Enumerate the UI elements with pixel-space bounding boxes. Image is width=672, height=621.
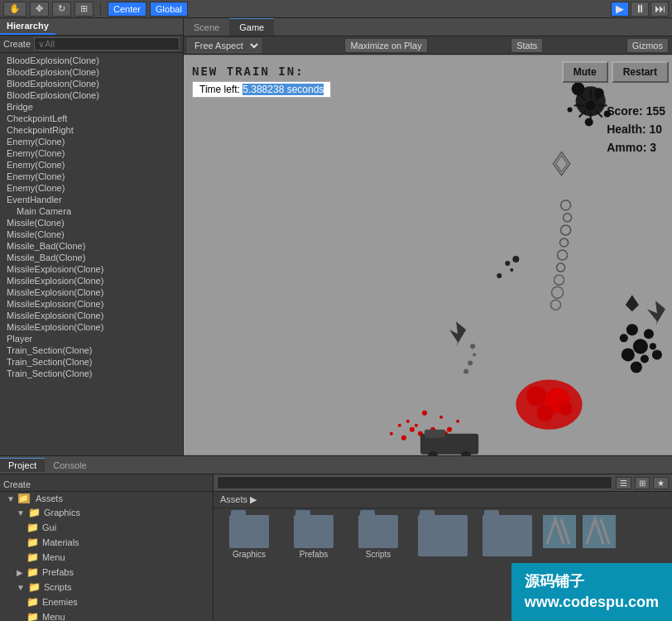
hierarchy-list: BloodExplosion(Clone)BloodExplosion(Clon… xyxy=(0,53,183,455)
tree-item-label: Prefabs xyxy=(42,567,74,577)
hierarchy-item[interactable]: CheckpointLeft xyxy=(0,113,183,124)
mute-btn[interactable]: Mute xyxy=(562,61,608,83)
scale-tool-btn[interactable]: ⊞ xyxy=(74,2,94,17)
tree-item-assets[interactable]: ▼📁Assets xyxy=(0,492,213,505)
pause-btn[interactable]: ⏸ xyxy=(631,2,649,17)
hierarchy-item[interactable]: Enemy(Clone) xyxy=(0,182,183,194)
scene-tab[interactable]: Scene xyxy=(184,18,229,36)
asset-folder-item[interactable] xyxy=(414,515,472,559)
timer-label: Time left: xyxy=(199,84,240,95)
tree-item-materials[interactable]: 📁Materials xyxy=(0,535,213,550)
game-tab[interactable]: Game xyxy=(229,18,274,36)
score-area: Score: 155 Health: 10 Ammo: 3 xyxy=(607,104,665,159)
tree-item-label: Menu xyxy=(42,552,65,562)
hierarchy-item[interactable]: BloodExplosion(Clone) xyxy=(0,66,183,78)
aspect-select[interactable]: Free Aspect xyxy=(187,38,262,53)
hierarchy-tab[interactable]: Hierarchy xyxy=(0,18,55,35)
hierarchy-item[interactable]: Enemy(Clone) xyxy=(0,171,183,182)
hierarchy-item[interactable]: Enemy(Clone) xyxy=(0,147,183,159)
assets-icon-btn3[interactable]: ★ xyxy=(653,477,669,489)
scene-game-tabs: Scene Game xyxy=(184,18,672,36)
game-ui: NEW TRAIN IN: Time left: 5.388238 second… xyxy=(184,55,672,455)
game-viewport: NEW TRAIN IN: Time left: 5.388238 second… xyxy=(184,55,672,455)
hierarchy-item[interactable]: BloodExplosion(Clone) xyxy=(0,89,183,101)
tree-item-label: Assets xyxy=(36,493,63,503)
assets-icon-btn2[interactable]: ⊞ xyxy=(635,477,650,489)
assets-tree-list: ▼📁Assets▼📁Graphics📁Gui📁Materials📁Menu▶📁P… xyxy=(0,492,213,621)
console-tab[interactable]: Console xyxy=(45,459,94,472)
hierarchy-item[interactable]: Train_Section(Clone) xyxy=(0,368,183,379)
hierarchy-item[interactable]: Enemy(Clone) xyxy=(0,159,183,171)
ammo-label: Ammo: 3 xyxy=(607,141,665,154)
new-train-banner: NEW TRAIN IN: xyxy=(192,65,305,78)
hierarchy-item[interactable]: Main Camera xyxy=(0,205,183,217)
tree-item-label: Menu xyxy=(42,612,65,621)
tree-item-label: Materials xyxy=(42,537,79,547)
bottom-area: Project Console Create ▼📁Assets▼📁Graphic… xyxy=(0,455,672,621)
hierarchy-search[interactable] xyxy=(34,37,180,51)
mute-restart-controls: Mute Restart xyxy=(562,61,669,83)
play-controls: ▶ ⏸ ⏭ xyxy=(611,2,669,17)
tree-item-menu[interactable]: 📁Menu xyxy=(0,609,213,621)
hierarchy-item[interactable]: Bridge xyxy=(0,101,183,113)
hierarchy-item[interactable]: Missile(Clone) xyxy=(0,217,183,229)
bottom-tabs: Project Console xyxy=(0,456,672,474)
health-label: Health: 10 xyxy=(607,123,665,136)
stats-btn[interactable]: Stats xyxy=(511,38,543,53)
hierarchy-item[interactable]: BloodExplosion(Clone) xyxy=(0,78,183,89)
tree-item-menu[interactable]: 📁Menu xyxy=(0,550,213,565)
hierarchy-item[interactable]: Train_Section(Clone) xyxy=(0,344,183,356)
assets-tree-toolbar: Create xyxy=(0,478,213,492)
hierarchy-item[interactable]: MissileExplosion(Clone) xyxy=(0,310,183,321)
tree-item-prefabs[interactable]: ▶📁Prefabs xyxy=(0,565,213,580)
asset-folder-item[interactable] xyxy=(478,515,536,559)
hierarchy-toolbar: Create xyxy=(0,36,183,53)
tree-item-enemies[interactable]: 📁Enemies xyxy=(0,595,213,609)
hierarchy-item[interactable]: MissileExplosion(Clone) xyxy=(0,263,183,275)
main-area: Hierarchy Create BloodExplosion(Clone)Bl… xyxy=(0,18,672,455)
asset-folder-item[interactable]: Prefabs xyxy=(285,515,343,559)
hierarchy-item[interactable]: Enemy(Clone) xyxy=(0,136,183,147)
hierarchy-item[interactable]: Train_Section(Clone) xyxy=(0,356,183,368)
maximize-on-play-btn[interactable]: Maximize on Play xyxy=(344,38,427,53)
asset-label: Scripts xyxy=(366,550,391,559)
assets-search-input[interactable] xyxy=(217,476,612,489)
hierarchy-item[interactable]: MissileExplosion(Clone) xyxy=(0,286,183,298)
tree-item-scripts[interactable]: ▼📁Scripts xyxy=(0,580,213,595)
watermark-line1: 源码铺子 xyxy=(525,571,659,592)
restart-btn[interactable]: Restart xyxy=(612,61,669,83)
asset-folder-item[interactable]: Graphics xyxy=(220,515,278,559)
assets-create-btn[interactable]: Create xyxy=(3,479,31,489)
bottom-content: Create ▼📁Assets▼📁Graphics📁Gui📁Materials📁… xyxy=(0,474,672,621)
asset-label: Prefabs xyxy=(300,550,328,559)
move-tool-btn[interactable]: ✥ xyxy=(30,2,49,17)
project-tab[interactable]: Project xyxy=(0,458,45,472)
gizmos-btn[interactable]: Gizmos xyxy=(626,38,669,53)
rotate-tool-btn[interactable]: ↻ xyxy=(52,2,71,17)
timer-box: Time left: 5.388238 seconds xyxy=(192,81,331,98)
hand-tool-btn[interactable]: ✋ xyxy=(3,2,26,17)
step-btn[interactable]: ⏭ xyxy=(650,2,669,17)
asset-folder-item[interactable]: Scripts xyxy=(349,515,407,559)
hierarchy-item[interactable]: MissileExplosion(Clone) xyxy=(0,298,183,310)
play-btn[interactable]: ▶ xyxy=(611,2,629,17)
assets-icon-btn1[interactable]: ☰ xyxy=(616,477,631,489)
hierarchy-item[interactable]: MissileExplosion(Clone) xyxy=(0,275,183,286)
top-toolbar: ✋ ✥ ↻ ⊞ Center Global ▶ ⏸ ⏭ xyxy=(0,0,672,18)
hierarchy-item[interactable]: MissileExplosion(Clone) xyxy=(0,321,183,333)
hierarchy-item[interactable]: Missile_Bad(Clone) xyxy=(0,240,183,252)
hierarchy-item[interactable]: CheckpointRight xyxy=(0,124,183,136)
asset-folder-partial[interactable] xyxy=(583,515,616,559)
tree-item-label: Graphics xyxy=(44,508,80,518)
hierarchy-item[interactable]: Missile_Bad(Clone) xyxy=(0,252,183,263)
tree-item-gui[interactable]: 📁Gui xyxy=(0,520,213,535)
hierarchy-item[interactable]: Missile(Clone) xyxy=(0,229,183,240)
hierarchy-create-btn[interactable]: Create xyxy=(3,39,31,49)
global-btn[interactable]: Global xyxy=(150,2,188,17)
asset-folder-partial[interactable] xyxy=(543,515,576,559)
tree-item-graphics[interactable]: ▼📁Graphics xyxy=(0,505,213,520)
hierarchy-item[interactable]: EventHandler xyxy=(0,194,183,205)
hierarchy-item[interactable]: BloodExplosion(Clone) xyxy=(0,55,183,66)
center-btn[interactable]: Center xyxy=(108,2,146,17)
hierarchy-item[interactable]: Player xyxy=(0,333,183,344)
